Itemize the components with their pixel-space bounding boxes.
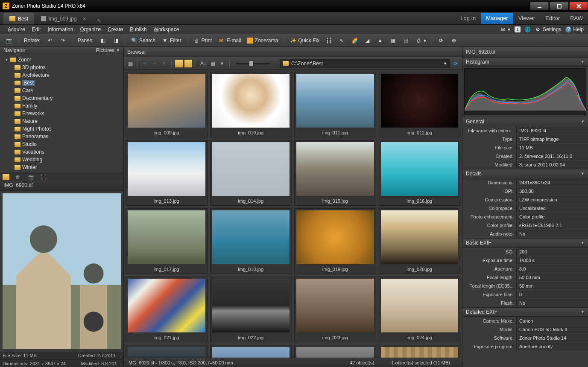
section-basic_exif[interactable]: Basic EXIF▼ [462, 238, 588, 248]
thumbnail-item[interactable]: img_015.jpg [294, 140, 376, 206]
property-value[interactable]: Color profile [516, 213, 588, 221]
camera-button[interactable]: 📷 [3, 36, 15, 45]
property-value[interactable]: 50 mm [516, 282, 588, 290]
thumbnail-item[interactable] [126, 345, 208, 358]
histogram-header[interactable]: Histogram▼ [462, 57, 588, 67]
tool-button-b[interactable]: ▲ [374, 36, 386, 45]
property-value[interactable]: 11 MB [516, 144, 588, 151]
pane-button-2[interactable]: ◨ [110, 36, 121, 45]
tree-item[interactable]: Architecture [0, 71, 123, 79]
navigator-mode[interactable]: Pictures [96, 47, 114, 53]
mode-manager[interactable]: Manager [481, 13, 513, 24]
thumbnail-item[interactable]: img_024.jpg [379, 277, 461, 342]
notification-icon[interactable]: 2 [515, 26, 521, 32]
print-button[interactable]: 🖨Print [191, 36, 214, 45]
property-value[interactable]: 200 [516, 248, 588, 256]
thumbnail-item[interactable]: img_012.jpg [379, 72, 461, 137]
minimize-button[interactable] [530, 2, 549, 10]
property-value[interactable]: 8. srpna 2011 0:02:04 [516, 161, 588, 169]
tree-item[interactable]: Fireworks [0, 110, 123, 117]
forward-button[interactable]: → [151, 60, 158, 67]
mode-raw[interactable]: RAW [565, 13, 588, 24]
mode-editor[interactable]: Editor [540, 13, 565, 24]
zonerama-button[interactable]: Zonerama [245, 36, 280, 45]
filter-button[interactable]: ▼Filter [159, 36, 184, 45]
tool-button-d[interactable]: ▤ [400, 36, 411, 45]
thumbnail-item[interactable]: img_010.jpg [210, 72, 292, 137]
tree-item[interactable]: Cars [0, 87, 123, 94]
property-value[interactable]: Aperture priority [516, 343, 588, 350]
tool-button-e[interactable]: ⎙▾ [413, 36, 428, 45]
help-button[interactable]: ?Help [565, 26, 584, 32]
property-value[interactable]: 2. července 2011 16:11:0 [516, 152, 588, 160]
view-grid-icon[interactable]: ▦ [209, 60, 216, 67]
search-button[interactable]: 🔍Search [129, 36, 158, 45]
property-value[interactable]: 0 [516, 291, 588, 298]
tree-item[interactable]: Documentary [0, 94, 123, 102]
grid-icon[interactable]: ▦ [126, 60, 134, 67]
property-value[interactable]: 50.00 mm [516, 274, 588, 281]
folder-nav-icon[interactable] [175, 60, 183, 67]
camera-small-icon[interactable]: 📷 [28, 174, 35, 180]
menu-edit[interactable]: Edit [29, 26, 44, 32]
menu-create[interactable]: Create [104, 26, 126, 32]
thumbnail-item[interactable]: img_020.jpg [379, 208, 461, 274]
close-icon[interactable]: ✕ [82, 16, 86, 22]
property-value[interactable]: Canon [516, 317, 588, 325]
view-dropdown[interactable]: ▼ [218, 60, 226, 67]
property-value[interactable]: LZW compression [516, 196, 588, 204]
folder-fav-icon[interactable] [184, 60, 192, 67]
refresh-button[interactable]: ⟳ [452, 60, 459, 67]
levels-button[interactable]: ┇┇ [323, 36, 334, 45]
thumbnail-item[interactable]: img_022.jpg [210, 277, 292, 342]
thumbnail-item[interactable] [294, 345, 376, 358]
property-value[interactable]: IMG_6920.tif [516, 127, 588, 134]
quickfix-button[interactable]: ✨Quick Fix [287, 36, 322, 45]
rainbow-button[interactable]: 🌈 [349, 36, 360, 45]
thumbnail-item[interactable]: img_018.jpg [210, 208, 292, 274]
thumbnail-item[interactable]: img_014.jpg [210, 140, 292, 206]
login-link[interactable]: Log In [455, 13, 481, 24]
tree-item[interactable]: Vacations [0, 148, 123, 156]
pane-button-1[interactable]: ◧ [97, 36, 108, 45]
property-value[interactable]: sRGB IEC61966-2.1 [516, 221, 588, 229]
chevron-down-icon[interactable]: ▼ [443, 61, 447, 66]
property-value[interactable]: 2431x3647x24 [516, 179, 588, 186]
section-details[interactable]: Details▼ [462, 169, 588, 178]
tree-item[interactable]: Wedding [0, 156, 123, 163]
section-detailed_exif[interactable]: Detailed EXIF▼ [462, 307, 588, 317]
globe-icon[interactable]: 🌐 [525, 26, 531, 32]
sort-button[interactable]: A↓ [199, 60, 207, 67]
property-value[interactable]: No [516, 299, 588, 307]
tool-button-c[interactable]: ▦ [387, 36, 398, 45]
thumbnail-item[interactable]: img_016.jpg [379, 140, 461, 206]
maximize-button[interactable] [550, 2, 568, 10]
preview-image[interactable] [0, 191, 123, 352]
menu-information[interactable]: Information [44, 26, 76, 32]
back-button[interactable]: ← [141, 60, 149, 67]
tab-image[interactable]: img_009.jpg ✕ [35, 13, 92, 24]
edit-tabs-icon[interactable]: ✎ [96, 17, 102, 24]
menu-workspace[interactable]: Workspace [150, 26, 183, 32]
property-value[interactable]: Uncalibrated [516, 204, 588, 212]
thumbnail-item[interactable]: img_017.jpg [126, 208, 208, 274]
close-button[interactable] [569, 2, 588, 10]
property-value[interactable]: Zoner Photo Studio 14 [516, 334, 588, 342]
property-value[interactable]: Canon EOS 5D Mark II [516, 326, 588, 333]
tree-item[interactable]: Best [0, 79, 123, 87]
menu-organize[interactable]: Organize [76, 26, 104, 32]
tree-item[interactable]: Studio [0, 140, 123, 148]
email-button[interactable]: ✉E-mail [216, 36, 243, 45]
tree-item[interactable]: Family [0, 102, 123, 110]
chevron-down-icon[interactable]: ▼ [116, 48, 120, 52]
menu-acquire[interactable]: Acquire [4, 26, 29, 32]
rotate-right-button[interactable]: ↷ [57, 36, 68, 45]
thumbnail-item[interactable] [379, 345, 461, 358]
thumbnail-item[interactable]: img_009.jpg [126, 72, 208, 137]
settings-button[interactable]: ⚙Settings [535, 26, 561, 32]
trash-icon[interactable]: 🗑 [15, 174, 22, 180]
thumbnail-item[interactable]: img_023.jpg [294, 277, 376, 342]
thumbnail-item[interactable]: img_021.jpg [126, 277, 208, 342]
tool-button-f[interactable]: ⟳ [436, 36, 447, 45]
tool-button-a[interactable]: ◢ [362, 36, 373, 45]
